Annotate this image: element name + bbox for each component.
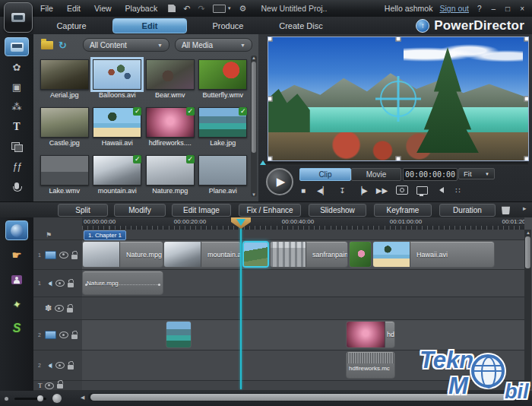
library-item-plane[interactable]: Plane.avi [197, 151, 250, 199]
timeline-zoom-slider[interactable] [14, 398, 46, 400]
zoom-out-dot-icon[interactable] [5, 397, 8, 401]
preview-seekbar[interactable] [264, 162, 528, 166]
pip-designer-tool[interactable] [6, 271, 27, 289]
track-lock-icon[interactable] [68, 283, 74, 287]
scrollbar-thumb[interactable] [90, 394, 516, 401]
title-track-header[interactable]: T [33, 381, 82, 391]
library-item-balloons[interactable]: Balloons.avi [91, 55, 144, 103]
effects-room-button[interactable]: ✿ [5, 59, 28, 76]
scroll-up-icon[interactable]: ▲ [526, 230, 530, 235]
magic-style-tool[interactable]: S [6, 319, 27, 338]
track-enable-eye-icon[interactable] [59, 331, 68, 338]
timeline-clip-flower[interactable] [349, 241, 372, 268]
scrollbar-thumb[interactable] [252, 62, 256, 153]
redo-icon[interactable]: ↷ [198, 4, 204, 14]
preview-quality-icon[interactable]: ∷ [452, 186, 463, 195]
timeline-clip-hdfireworks[interactable]: hd [346, 321, 395, 348]
maximize-button[interactable]: □ [504, 5, 511, 13]
magic-wand-tool[interactable]: ✦ [6, 295, 27, 313]
aspect-ratio-dropdown[interactable]: ▼ [213, 5, 232, 13]
track-enable-eye-icon[interactable] [45, 382, 54, 389]
keyframe-button[interactable]: Keyframe [374, 204, 432, 217]
timeline-audioclip-hdfireworks[interactable]: hdfireworks.mc [346, 351, 395, 379]
menu-file[interactable]: File [33, 4, 60, 13]
tab-edit[interactable]: Edit [112, 18, 187, 33]
library-item-castle[interactable]: Castle.jpg [38, 103, 91, 151]
modify-button[interactable]: Modify [114, 204, 166, 217]
timeline-horizontal-scrollbar[interactable] [88, 393, 523, 401]
scroll-up-icon[interactable]: ▲ [252, 56, 256, 60]
track-lock-icon[interactable] [67, 308, 73, 312]
timeline-clip-selected[interactable] [242, 241, 269, 268]
edit-image-button[interactable]: Edit Image [172, 204, 231, 217]
audio-track-1[interactable]: Nature.mpg [82, 270, 524, 297]
library-item-mountain[interactable]: ✓ mountain.avi [91, 151, 144, 199]
selection-handle[interactable] [268, 157, 273, 162]
particle-room-button[interactable]: ⁂ [5, 98, 28, 116]
preview-video-frame[interactable] [268, 36, 529, 161]
media-room-button[interactable] [5, 37, 29, 56]
video-track2-header[interactable]: 2 [33, 320, 82, 350]
library-item-nature[interactable]: ✓ Nature.mpg [144, 151, 197, 199]
fast-forward-button[interactable]: ▶▶ [376, 186, 388, 195]
previous-frame-button[interactable]: ◀▏ [317, 186, 328, 195]
library-item-lake-jpg[interactable]: ✓ Lake.jpg [197, 103, 250, 151]
selection-handle[interactable] [524, 36, 530, 42]
speaker-volume-icon[interactable] [436, 187, 444, 193]
library-item-hawaii[interactable]: ✓ Hawaii.avi [91, 103, 144, 151]
chapter-track[interactable]: 1. Chapter 1 [82, 230, 524, 240]
track-enable-eye-icon[interactable] [55, 362, 65, 369]
zoom-fit-round-button[interactable] [52, 394, 62, 403]
video-track1-header[interactable]: 1 [33, 240, 82, 270]
settings-gear-icon[interactable]: ⚙ [239, 4, 247, 14]
timeline-vertical-scrollbar[interactable]: ▲ ▼ [524, 230, 531, 389]
timeline-view-button[interactable] [5, 220, 28, 240]
refresh-icon[interactable]: ↻ [59, 40, 67, 51]
help-button[interactable]: ? [476, 5, 483, 13]
transition-room-button[interactable] [5, 138, 28, 155]
step-button[interactable]: ↧ [337, 186, 347, 195]
library-scrollbar[interactable]: ▲ ▼ [251, 56, 257, 197]
video-track-1[interactable]: Nature.mpg mountain.avi sanfranpainted [82, 240, 524, 270]
title-track[interactable] [82, 381, 524, 391]
audio-track2-header[interactable]: 2 [33, 350, 82, 381]
save-icon[interactable] [168, 5, 176, 12]
chapter-track-header[interactable]: ⚑ [33, 230, 82, 240]
audio-track-2[interactable]: hdfireworks.mc [82, 350, 524, 381]
close-button[interactable]: × [518, 5, 526, 13]
scroll-left-icon[interactable]: ◀ [81, 395, 84, 401]
timeline-audioclip-nature[interactable]: Nature.mpg [82, 271, 163, 295]
audio-mixing-room-button[interactable]: ƒƒ [5, 157, 28, 175]
track-lock-icon[interactable] [68, 365, 74, 370]
zoom-fit-dropdown[interactable]: Fit ▼ [458, 168, 495, 179]
stop-button[interactable]: ■ [298, 186, 309, 195]
scroll-down-icon[interactable]: ▼ [526, 384, 530, 389]
content-filter-dropdown[interactable]: All Content ▼ [83, 38, 169, 52]
chevron-right-icon[interactable]: ▸ [523, 205, 527, 212]
track-lock-icon[interactable] [57, 384, 63, 389]
scrollbar-thumb[interactable] [525, 236, 530, 268]
movie-mode-button[interactable]: Movie [351, 168, 401, 181]
menu-edit[interactable]: Edit [60, 4, 87, 13]
fix-enhance-button[interactable]: Fix / Enhance [239, 204, 301, 217]
sign-out-link[interactable]: Sign out [439, 4, 469, 13]
split-button[interactable]: Split [58, 204, 108, 217]
volume-keyframe-line[interactable] [87, 284, 158, 285]
zoom-slider-knob[interactable] [37, 395, 43, 401]
timeline-clip-nature[interactable]: Nature.mpg [82, 241, 163, 268]
undo-icon[interactable]: ↶ [183, 4, 190, 14]
selection-handle[interactable] [268, 36, 273, 42]
audio-track1-header[interactable]: 1 [33, 270, 82, 297]
seekbar-marker-icon[interactable] [260, 160, 266, 165]
track-enable-eye-icon[interactable] [59, 252, 68, 259]
effect-track[interactable] [82, 297, 524, 320]
library-item-aerial[interactable]: Aerial.jpg [38, 55, 91, 103]
menu-view[interactable]: View [87, 4, 119, 13]
selection-handle[interactable] [396, 157, 401, 162]
menu-playback[interactable]: Playback [119, 4, 165, 13]
timeline-clip-sanfran[interactable]: sanfranpainted [270, 241, 348, 268]
duration-button[interactable]: Duration [439, 204, 496, 217]
track-lock-icon[interactable] [71, 255, 78, 259]
pip-objects-room-button[interactable]: ▣ [5, 78, 28, 96]
tab-create-disc[interactable]: Create Disc [264, 19, 337, 33]
